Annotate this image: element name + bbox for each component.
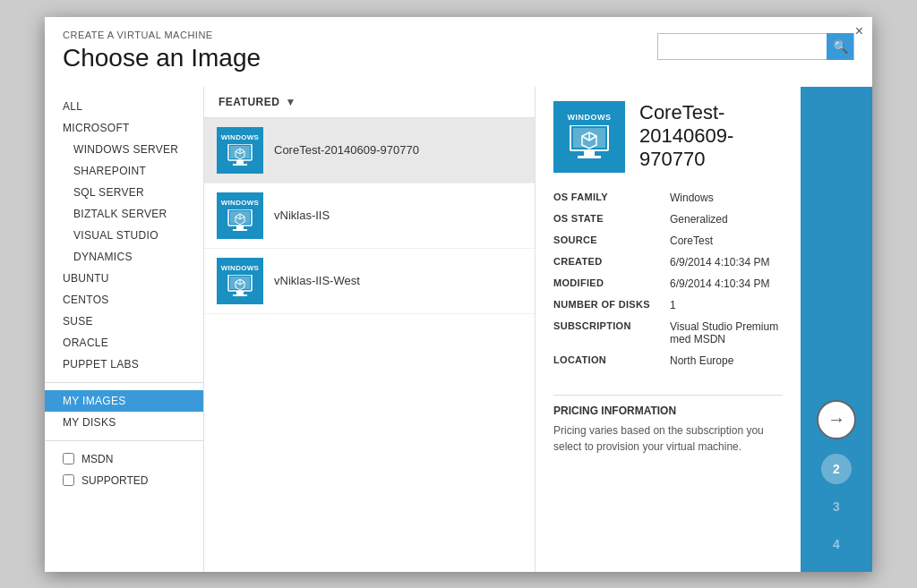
svg-rect-11 [233,229,247,231]
search-input[interactable] [658,34,827,59]
windows-monitor-icon-1 [227,209,253,233]
sidebar-item-centos[interactable]: CENTOS [45,289,203,311]
image-item-vniklas-iis[interactable]: WINDOWS vNiklas-IIS [204,183,535,249]
windows-monitor-icon-0 [227,144,253,167]
modal: × CREATE A VIRTUAL MACHINE Choose an Ima… [45,17,872,572]
title-area: CREATE A VIRTUAL MACHINE Choose an Image [63,30,261,81]
sidebar-divider-2 [45,440,203,441]
modal-header: CREATE A VIRTUAL MACHINE Choose an Image… [45,17,872,87]
image-name-vniklas-iis: vNiklas-IIS [274,209,330,222]
detail-thumb-label: WINDOWS [568,113,612,122]
sidebar-item-microsoft[interactable]: MICROSOFT [45,117,203,139]
detail-prop-val-4: 6/9/2014 4:10:34 PM [670,273,783,294]
sidebar-checkbox-msdn[interactable]: MSDN [45,448,203,470]
modal-supertitle: CREATE A VIRTUAL MACHINE [63,30,261,40]
detail-image-header: WINDOWS CoreTest-20140609-970770 [553,101,783,173]
detail-prop-key-5: NUMBER OF DISKS [553,294,670,316]
sidebar-item-visual-studio[interactable]: VISUAL STUDIO [45,225,203,246]
sidebar-item-sharepoint[interactable]: SHAREPOINT [45,160,203,182]
step-sidebar: → 2 3 4 [801,87,872,572]
detail-prop-key-7: LOCATION [553,350,670,371]
image-thumb-vniklas-iis-west: WINDOWS [217,258,263,304]
sidebar-item-sql-server[interactable]: SQL SERVER [45,182,203,203]
svg-rect-3 [233,164,247,166]
step-4[interactable]: 4 [821,529,852,559]
msdn-checkbox[interactable] [63,453,74,464]
windows-monitor-icon-2 [227,275,253,298]
detail-prop-key-4: MODIFIED [553,273,670,294]
sidebar-item-windows-server[interactable]: WINDOWS SERVER [45,139,203,160]
supported-checkbox[interactable] [63,474,74,486]
pricing-section: PRICING INFORMATION Pricing varies based… [553,405,783,455]
svg-rect-10 [236,226,244,229]
next-arrow-icon: → [827,409,845,430]
sidebar-checkbox-supported[interactable]: SUPPORTED [45,470,203,491]
detail-monitor-icon [569,125,610,161]
detail-properties: OS FAMILYWindowsOS STATEGeneralizedSOURC… [553,187,783,371]
image-thumb-coretest: WINDOWS [217,127,263,174]
sidebar-item-all[interactable]: ALL [45,96,203,117]
pricing-title: PRICING INFORMATION [553,405,783,417]
svg-rect-18 [236,291,244,294]
step-3[interactable]: 3 [821,491,852,522]
sidebar-item-ubuntu[interactable]: UBUNTU [45,268,203,289]
sidebar-item-biztalk-server[interactable]: BIZTALK SERVER [45,203,203,225]
search-area: 🔍 [657,33,854,60]
detail-thumb: WINDOWS [553,101,625,173]
search-box: 🔍 [657,33,854,60]
detail-prop-key-2: SOURCE [553,230,670,251]
sidebar-item-my-images[interactable]: MY IMAGES [45,390,203,412]
content-area: FEATURED ▼ WINDOWS [204,87,536,572]
detail-prop-val-3: 6/9/2014 4:10:34 PM [670,251,783,273]
image-name-coretest: CoreTest-20140609-970770 [274,143,419,157]
detail-divider [553,395,783,396]
modal-title: Choose an Image [63,44,261,72]
sidebar-item-dynamics[interactable]: DYNAMICS [45,246,203,268]
modal-body: ALL MICROSOFT WINDOWS SERVER SHAREPOINT … [45,87,872,572]
detail-image-title: CoreTest-20140609-970770 [639,101,783,172]
detail-panel: WINDOWS CoreTest-20140609-970770 [536,87,801,572]
search-icon: 🔍 [833,39,848,54]
image-name-vniklas-iis-west: vNiklas-IIS-West [274,274,360,287]
svg-rect-2 [236,160,244,164]
detail-prop-key-1: OS STATE [553,209,670,230]
svg-rect-26 [584,150,595,156]
detail-prop-key-0: OS FAMILY [553,187,670,209]
image-item-coretest[interactable]: WINDOWS CoreTest-2 [204,118,535,183]
search-button[interactable]: 🔍 [827,33,853,60]
image-thumb-label-1: WINDOWS [221,199,260,207]
sidebar-divider-1 [45,382,203,383]
close-button[interactable]: × [855,24,863,38]
image-thumb-label-0: WINDOWS [221,133,260,141]
next-button[interactable]: → [817,400,856,439]
sidebar-item-puppet-labs[interactable]: PUPPET LABS [45,354,203,375]
filter-title: FEATURED [219,96,279,108]
msdn-label: MSDN [81,453,113,465]
detail-prop-key-6: SUBSCRIPTION [553,316,670,350]
svg-rect-27 [578,156,601,158]
detail-prop-val-6: Visual Studio Premium med MSDN [670,316,783,350]
detail-prop-val-0: Windows [670,187,783,209]
svg-rect-19 [233,294,247,296]
supported-label: SUPPORTED [81,474,148,487]
sidebar-item-oracle[interactable]: ORACLE [45,332,203,354]
image-thumb-vniklas-iis: WINDOWS [217,192,263,239]
detail-prop-val-2: CoreTest [670,230,783,251]
content-header: FEATURED ▼ [204,87,535,118]
detail-prop-key-3: CREATED [553,251,670,273]
sidebar: ALL MICROSOFT WINDOWS SERVER SHAREPOINT … [45,87,204,572]
pricing-text: Pricing varies based on the subscription… [553,422,783,455]
step-2[interactable]: 2 [821,454,852,484]
detail-prop-val-1: Generalized [670,209,783,230]
filter-dropdown[interactable]: ▼ [285,96,296,108]
image-list: WINDOWS CoreTest-2 [204,118,535,572]
sidebar-item-suse[interactable]: SUSE [45,311,203,332]
sidebar-item-my-disks[interactable]: MY DISKS [45,412,203,433]
image-thumb-label-2: WINDOWS [221,264,260,272]
detail-prop-val-7: North Europe [670,350,783,371]
image-item-vniklas-iis-west[interactable]: WINDOWS vNiklas-IIS-West [204,249,535,314]
detail-prop-val-5: 1 [670,294,783,316]
